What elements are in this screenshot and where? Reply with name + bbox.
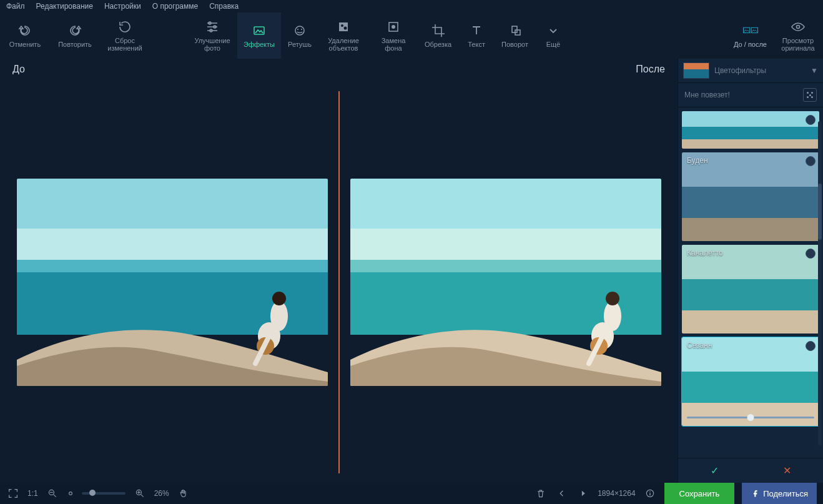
undo-icon — [17, 23, 32, 38]
filter-confirm-row: ✓ ✕ — [678, 458, 823, 483]
text-label: Текст — [468, 41, 485, 48]
next-button[interactable] — [576, 487, 590, 500]
svg-line-49 — [53, 495, 56, 497]
rotate-icon — [508, 23, 523, 38]
before-after-icon — [743, 23, 758, 38]
svg-rect-23 — [17, 260, 328, 272]
filter-card[interactable] — [682, 111, 819, 149]
svg-rect-38 — [682, 139, 819, 149]
crop-label: Обрезка — [425, 41, 451, 48]
retouch-label: Ретушь — [288, 41, 312, 48]
hand-tool-button[interactable] — [177, 487, 190, 500]
filter-intensity-slider[interactable] — [687, 417, 814, 418]
chevron-down-icon — [546, 23, 561, 38]
svg-rect-44 — [682, 310, 819, 334]
filter-name: Каналетто — [687, 249, 723, 257]
category-thumb — [683, 62, 709, 79]
svg-rect-31 — [350, 260, 661, 272]
workspace-labels: До После — [0, 59, 678, 77]
share-button[interactable]: Поделиться — [742, 483, 817, 504]
category-label: Цветофильтры — [714, 66, 806, 75]
rotate-label: Поворот — [501, 41, 528, 48]
before-after-label: До / после — [734, 41, 767, 48]
filter-card-selected[interactable]: Сезанн — [682, 337, 819, 426]
toolbar: Отменить Повторить Сброс изменений Улучш… — [0, 12, 823, 59]
sidebar-scrollbar[interactable] — [818, 121, 822, 445]
info-button[interactable] — [643, 487, 657, 500]
filter-name: Сезанн — [687, 341, 712, 350]
undo-label: Отменить — [9, 41, 41, 48]
undo-button[interactable]: Отменить — [0, 12, 50, 59]
prev-button[interactable] — [555, 487, 569, 500]
menu-about[interactable]: О программе — [152, 2, 198, 11]
split-divider[interactable] — [338, 91, 340, 473]
redo-button[interactable]: Повторить — [50, 12, 100, 59]
before-after-button[interactable]: До / после — [727, 12, 773, 59]
menu-file[interactable]: Файл — [6, 2, 25, 11]
filter-card[interactable]: Буден — [682, 152, 819, 241]
enhance-label: Улучшение фото — [194, 37, 230, 52]
zoom-ratio[interactable]: 1:1 — [27, 489, 38, 498]
effects-icon — [252, 23, 267, 38]
sliders-icon — [205, 19, 220, 34]
after-label: После — [636, 64, 665, 75]
more-label: Ещё — [546, 41, 561, 48]
chevron-down-icon: ▼ — [811, 66, 818, 75]
cancel-filter-button[interactable]: ✕ — [751, 458, 823, 483]
workspace: До После — [0, 59, 678, 483]
svg-point-12 — [344, 27, 347, 30]
filter-list[interactable]: Буден Каналетто Сезанн — [678, 107, 823, 458]
retouch-button[interactable]: Ретушь — [281, 12, 318, 59]
before-label: До — [12, 64, 25, 75]
text-button[interactable]: Текст — [458, 12, 495, 59]
svg-rect-18 — [751, 27, 757, 32]
menu-help[interactable]: Справка — [209, 2, 239, 11]
zoom-out-button[interactable] — [46, 487, 59, 500]
reset-icon — [117, 19, 132, 34]
more-button[interactable]: Ещё — [535, 12, 572, 59]
zoom-dot — [67, 487, 74, 500]
filter-name: Буден — [687, 156, 708, 165]
view-original-label: Просмотр оригинала — [781, 37, 814, 52]
workspace-canvas[interactable] — [0, 81, 678, 483]
enhance-button[interactable]: Улучшение фото — [187, 12, 237, 59]
svg-point-7 — [295, 26, 304, 35]
svg-rect-41 — [682, 218, 819, 241]
reset-button[interactable]: Сброс изменений — [100, 12, 150, 59]
svg-point-11 — [341, 24, 343, 27]
menu-settings[interactable]: Настройки — [104, 2, 141, 11]
lucky-button[interactable]: Мне повезет! — [678, 83, 823, 107]
share-label: Поделиться — [763, 489, 808, 498]
filter-card[interactable]: Каналетто — [682, 245, 819, 334]
replace-bg-button[interactable]: Замена фона — [368, 12, 418, 59]
replace-bg-label: Замена фона — [382, 37, 406, 52]
svg-point-19 — [797, 26, 800, 29]
remove-objects-button[interactable]: Удаление объектов — [318, 12, 368, 59]
zoom-slider[interactable] — [82, 492, 126, 495]
before-image — [17, 179, 328, 386]
filter-badge-icon — [806, 341, 816, 351]
dice-icon — [803, 88, 817, 102]
svg-rect-17 — [743, 27, 749, 32]
crop-button[interactable]: Обрезка — [418, 12, 458, 59]
remove-obj-icon — [336, 19, 351, 34]
after-image — [350, 179, 661, 386]
save-button[interactable]: Сохранить — [664, 483, 735, 504]
menu-edit[interactable]: Редактирование — [36, 2, 93, 11]
fullscreen-button[interactable] — [6, 487, 20, 500]
effects-button[interactable]: Эффекты — [237, 12, 281, 59]
svg-rect-43 — [682, 279, 819, 310]
reset-label: Сброс изменений — [107, 37, 142, 52]
zoom-in-button[interactable] — [133, 487, 147, 500]
apply-filter-button[interactable]: ✓ — [678, 458, 751, 483]
effects-label: Эффекты — [244, 41, 275, 48]
crop-icon — [431, 23, 446, 38]
filter-category-select[interactable]: Цветофильтры ▼ — [678, 59, 823, 83]
facebook-icon — [751, 489, 759, 498]
svg-rect-15 — [512, 26, 517, 32]
svg-point-33 — [606, 292, 619, 305]
view-original-button[interactable]: Просмотр оригинала — [773, 12, 823, 59]
delete-button[interactable] — [534, 487, 548, 500]
rotate-button[interactable]: Поворот — [495, 12, 535, 59]
svg-rect-37 — [682, 127, 819, 139]
